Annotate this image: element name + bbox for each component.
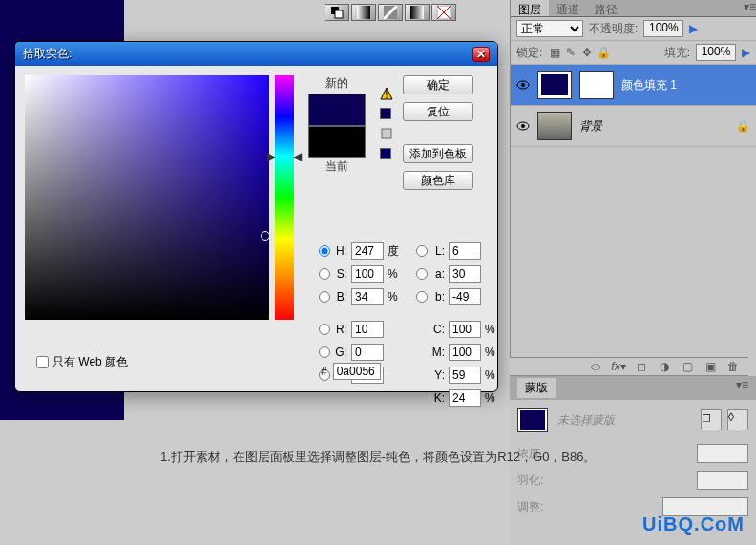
websafe-warning-icon[interactable] — [380, 127, 393, 140]
tool-gradient1[interactable] — [351, 4, 376, 21]
vector-mask-button[interactable]: ◊ — [727, 409, 748, 430]
visibility-icon[interactable] — [516, 119, 530, 133]
trash-icon[interactable]: 🗑 — [725, 359, 741, 374]
ok-button[interactable]: 确定 — [403, 75, 473, 94]
m-input[interactable] — [449, 344, 481, 361]
c-input[interactable] — [449, 321, 481, 338]
new-color-swatch — [308, 94, 366, 126]
a-radio[interactable] — [416, 268, 428, 280]
lock-paint-icon[interactable]: ✎ — [564, 46, 578, 59]
r-radio[interactable] — [319, 324, 330, 335]
hue-slider[interactable]: ▶◀ — [275, 75, 294, 320]
svg-point-15 — [521, 124, 525, 128]
layer-name[interactable]: 颜色填充 1 — [621, 77, 677, 94]
density-input[interactable] — [697, 444, 748, 463]
watermark: UiBQ.CoM — [642, 514, 745, 535]
svg-rect-1 — [335, 10, 343, 18]
color-library-button[interactable]: 颜色库 — [403, 171, 473, 190]
y-input[interactable] — [449, 367, 481, 384]
a-input[interactable] — [449, 265, 481, 283]
layer-item[interactable]: 颜色填充 1 — [511, 65, 756, 106]
add-swatch-button[interactable]: 添加到色板 — [403, 144, 473, 163]
layer-item[interactable]: 背景 🔒 — [511, 106, 756, 147]
new-layer-icon[interactable]: ▣ — [703, 359, 718, 374]
gamut-swatch[interactable] — [380, 108, 391, 119]
web-only-label: 只有 Web 颜色 — [52, 354, 128, 370]
l-input[interactable] — [449, 242, 481, 260]
tab-paths[interactable]: 路径 — [587, 0, 625, 16]
reset-button[interactable]: 复位 — [403, 102, 473, 121]
s-radio[interactable] — [319, 268, 330, 280]
svg-rect-5 — [410, 6, 424, 19]
r-input[interactable] — [351, 321, 384, 338]
lab-b-radio[interactable] — [416, 291, 428, 303]
layer-name[interactable]: 背景 — [579, 118, 602, 135]
mask-menu-icon[interactable]: ▾≡ — [736, 378, 748, 398]
group-icon[interactable]: ▢ — [680, 359, 695, 374]
svg-rect-11 — [382, 129, 391, 138]
hex-input[interactable] — [333, 363, 381, 380]
l-radio[interactable] — [416, 245, 428, 257]
tab-layers[interactable]: 图层 — [511, 0, 549, 16]
saturation-value-picker[interactable] — [25, 75, 269, 320]
lock-transparent-icon[interactable]: ▦ — [548, 46, 561, 59]
feather-label: 羽化: — [517, 472, 543, 489]
h-radio[interactable] — [319, 245, 330, 257]
svg-text:!: ! — [385, 88, 388, 100]
fill-input[interactable]: 100% — [696, 44, 736, 61]
tool-none[interactable] — [431, 4, 456, 21]
feather-input[interactable] — [697, 471, 748, 490]
mask-thumb[interactable] — [579, 71, 614, 99]
h-input[interactable] — [351, 242, 384, 260]
svg-point-13 — [521, 83, 525, 87]
web-only-checkbox[interactable] — [36, 356, 49, 368]
svg-rect-2 — [357, 6, 370, 19]
lock-all-icon[interactable]: 🔒 — [597, 46, 610, 59]
sv-cursor-icon — [261, 231, 270, 241]
websafe-swatch[interactable] — [380, 148, 391, 159]
new-label: 新的 — [304, 75, 370, 92]
visibility-icon[interactable] — [516, 78, 530, 92]
s-input[interactable] — [351, 265, 384, 283]
tool-default-colors[interactable] — [325, 4, 349, 21]
mask-icon[interactable]: ◻ — [634, 359, 649, 374]
fill-label: 填充: — [664, 45, 690, 61]
opacity-label: 不透明度: — [589, 21, 638, 37]
panel-menu-icon[interactable]: ▾≡ — [744, 0, 756, 16]
hex-label: # — [321, 365, 327, 378]
g-radio[interactable] — [319, 346, 330, 358]
gamut-warning-icon[interactable]: ! — [380, 87, 393, 100]
fill-arrow-icon[interactable]: ▶ — [742, 46, 750, 59]
opacity-input[interactable]: 100% — [643, 20, 683, 37]
lock-label: 锁定: — [516, 45, 542, 61]
blend-mode-select[interactable]: 正常 — [516, 20, 583, 37]
k-input[interactable] — [449, 389, 481, 407]
close-icon[interactable]: ✕ — [472, 47, 490, 62]
tool-gradient2[interactable] — [378, 4, 403, 21]
mask-preview[interactable] — [517, 408, 548, 432]
lock-move-icon[interactable]: ✥ — [580, 46, 594, 59]
adjust-label: 调整: — [517, 499, 543, 515]
current-label: 当前 — [304, 158, 370, 175]
tab-channels[interactable]: 通道 — [549, 0, 587, 16]
tab-mask[interactable]: 蒙版 — [517, 378, 556, 398]
pixel-mask-button[interactable]: ◻ — [701, 409, 722, 430]
lab-b-input[interactable] — [449, 288, 481, 305]
current-color-swatch[interactable] — [308, 126, 366, 158]
dialog-title: 拾取实色: — [23, 46, 72, 62]
opacity-arrow-icon[interactable]: ▶ — [689, 22, 698, 35]
adjustment-icon[interactable]: ◑ — [657, 359, 672, 374]
fx-icon[interactable]: fx▾ — [611, 359, 626, 374]
mask-status: 未选择蒙版 — [557, 412, 615, 429]
lock-icon: 🔒 — [736, 119, 750, 133]
g-input[interactable] — [351, 344, 384, 361]
b-radio[interactable] — [319, 291, 330, 303]
tutorial-text: 1.打开素材，在图层面板里选择调整图层-纯色，将颜色设置为R12，G0，B86。 — [160, 449, 597, 466]
layer-thumb[interactable] — [537, 112, 572, 140]
layer-thumb[interactable] — [537, 71, 572, 99]
link-icon[interactable]: ⬭ — [588, 359, 603, 374]
tool-gradient3[interactable] — [405, 4, 430, 21]
b-input[interactable] — [351, 288, 384, 305]
color-picker-dialog: 拾取实色: ✕ ▶◀ 新的 当前 ! 确定 — [14, 41, 498, 392]
